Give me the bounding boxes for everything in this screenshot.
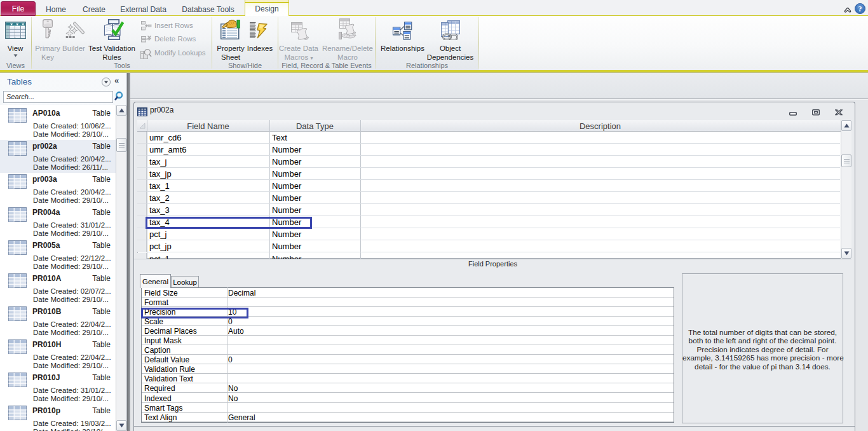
- svg-text:?: ?: [858, 4, 862, 13]
